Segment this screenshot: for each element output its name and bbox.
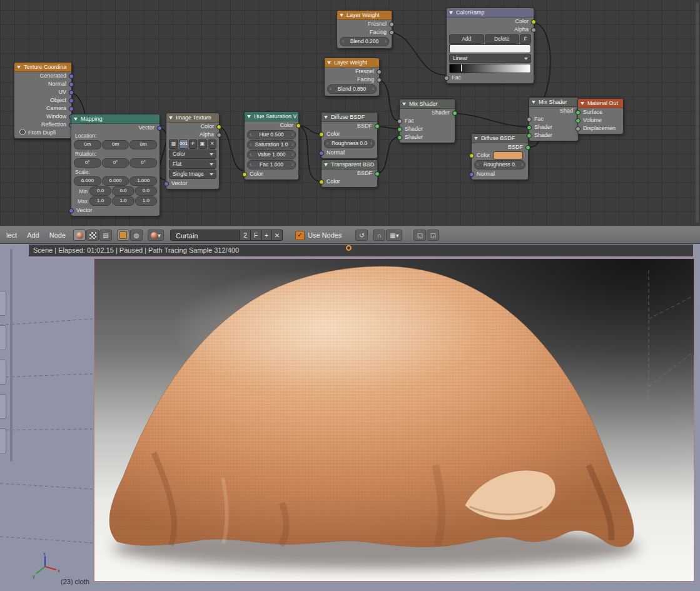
node-header[interactable]: Mapping: [71, 114, 160, 124]
projection-dropdown[interactable]: Flat: [169, 159, 216, 169]
max-y[interactable]: 1.0: [112, 196, 134, 206]
socket-input[interactable]: [397, 119, 402, 124]
socket-output[interactable]: [296, 123, 301, 128]
scale-y[interactable]: 6.000: [102, 176, 129, 186]
socket-input[interactable]: [576, 118, 581, 123]
shader-type-object-button[interactable]: [73, 230, 86, 241]
socket-output[interactable]: [375, 171, 380, 176]
node-header[interactable]: Texture Coordina: [14, 63, 71, 72]
socket-input[interactable]: [319, 151, 324, 156]
new-datablock-button[interactable]: +: [261, 230, 272, 241]
world-shader-button[interactable]: ◍: [130, 230, 143, 241]
toolbar-tab[interactable]: [0, 394, 6, 419]
node-material-output[interactable]: Material Out Surface Volume Displacemen: [577, 98, 624, 134]
node-header[interactable]: Mix Shader: [529, 98, 578, 107]
value-slider[interactable]: Value 1.000: [247, 150, 296, 159]
rotation-y[interactable]: 0°: [102, 158, 129, 168]
socket-output[interactable]: [69, 106, 74, 111]
rotation-x[interactable]: 0°: [74, 158, 101, 168]
roughness-slider[interactable]: Roughness 0.: [474, 160, 525, 169]
socket-output[interactable]: [69, 90, 74, 95]
socket-output[interactable]: [69, 74, 74, 79]
socket-output[interactable]: [216, 133, 221, 138]
socket-output[interactable]: [389, 30, 394, 35]
interpolation-dropdown[interactable]: Linear: [449, 54, 531, 63]
socket-input[interactable]: [319, 179, 324, 184]
saturation-slider[interactable]: Saturation 1.0: [247, 140, 296, 149]
compositing-nodes-button[interactable]: ▤: [99, 230, 112, 241]
socket-input[interactable]: [469, 153, 474, 158]
location-y[interactable]: 0m: [102, 140, 129, 149]
roughness-slider[interactable]: Roughness 0.0: [324, 139, 375, 148]
unlink-button[interactable]: ✕: [208, 139, 216, 149]
socket-input[interactable]: [69, 208, 74, 213]
node-header[interactable]: Image Texture: [166, 113, 219, 123]
socket-output[interactable]: [389, 22, 394, 27]
socket-input[interactable]: [469, 172, 474, 177]
node-header[interactable]: Diffuse BSDF: [322, 113, 377, 122]
scale-x[interactable]: 6.000: [74, 176, 101, 186]
max-label[interactable]: Max: [74, 198, 89, 205]
user-count-badge[interactable]: 2: [240, 230, 251, 241]
socket-input[interactable]: [576, 110, 581, 115]
unlink-datablock-button[interactable]: ✕: [272, 230, 283, 241]
location-x[interactable]: 0m: [74, 140, 101, 149]
node-header[interactable]: Layer Weight: [337, 11, 392, 20]
node-image-texture[interactable]: Image Texture Color Alpha ▦ 001 F ▣ ✕ Co…: [166, 113, 220, 189]
node-header[interactable]: Material Out: [578, 99, 623, 108]
toolbar-tab[interactable]: [0, 291, 6, 316]
socket-input[interactable]: [242, 172, 247, 177]
snap-toggle-button[interactable]: ∩: [373, 230, 385, 241]
node-layer-weight-2[interactable]: Layer Weight Fresnel Facing Blend 0.850: [324, 58, 380, 96]
node-header[interactable]: Layer Weight: [325, 58, 379, 68]
node-layer-weight-1[interactable]: Layer Weight Fresnel Facing Blend 0.200: [337, 10, 392, 49]
min-y[interactable]: 0.0: [112, 186, 134, 196]
menu-node[interactable]: Node: [44, 229, 71, 241]
location-z[interactable]: 0m: [129, 140, 157, 149]
socket-output[interactable]: [377, 69, 382, 74]
material-preview-dropdown[interactable]: ▾: [148, 230, 164, 241]
socket-input[interactable]: [397, 135, 402, 140]
diffuse-color-swatch[interactable]: [493, 151, 523, 159]
node-editor[interactable]: Texture Coordina Generated Normal UV Obj…: [0, 0, 700, 226]
blend-slider[interactable]: Blend 0.200: [340, 37, 389, 46]
color-space-dropdown[interactable]: Color: [169, 149, 216, 159]
socket-output[interactable]: [452, 111, 457, 116]
add-stop-button[interactable]: Add: [449, 34, 484, 44]
object-origin-indicator[interactable]: [346, 245, 352, 251]
node-header[interactable]: Transparent BSD: [322, 160, 377, 169]
min-z[interactable]: 0.0: [135, 186, 157, 196]
node-diffuse-bsdf-1[interactable]: Diffuse BSDF BSDF Color Roughness 0.0 No…: [321, 112, 378, 159]
menu-select[interactable]: lect: [1, 229, 22, 241]
socket-output[interactable]: [525, 145, 530, 150]
node-colorramp[interactable]: ColorRamp Color Alpha Add Delete F Linea…: [446, 8, 534, 84]
socket-output[interactable]: [69, 82, 74, 87]
socket-output[interactable]: [531, 28, 536, 33]
fac-slider[interactable]: Fac 1.000: [247, 160, 296, 169]
node-header[interactable]: ColorRamp: [447, 8, 534, 18]
node-hue-saturation[interactable]: Hue Saturation V Color Hue 0.500 Saturat…: [244, 111, 299, 180]
toolbar-tab[interactable]: [0, 360, 6, 385]
socket-output[interactable]: [377, 78, 382, 83]
max-x[interactable]: 1.0: [89, 196, 111, 206]
auto-render-button[interactable]: ↺: [355, 230, 368, 241]
node-transparent-bsdf[interactable]: Transparent BSD BSDF Color: [321, 159, 378, 188]
image-icon[interactable]: ▦: [169, 139, 178, 149]
socket-output[interactable]: [531, 19, 536, 24]
socket-output[interactable]: [157, 126, 162, 131]
use-nodes-checkbox[interactable]: ✓: [295, 231, 305, 240]
socket-input[interactable]: [444, 76, 449, 81]
shield-icon[interactable]: ▣: [198, 139, 207, 149]
socket-output[interactable]: [375, 124, 380, 129]
viewport-3d[interactable]: Scene | Elapsed: 01:02.15 | Paused | Pat…: [0, 244, 700, 591]
socket-input[interactable]: [319, 132, 324, 137]
socket-input[interactable]: [164, 181, 169, 186]
node-mix-shader-2[interactable]: Mix Shader Shad Fac Shader Shader: [529, 97, 579, 141]
node-header[interactable]: Mix Shader: [400, 99, 455, 109]
hue-slider[interactable]: Hue 0.500: [247, 130, 296, 139]
socket-input[interactable]: [576, 126, 581, 131]
socket-input[interactable]: [527, 133, 532, 138]
fake-user-button[interactable]: F: [189, 139, 197, 149]
max-z[interactable]: 1.0: [135, 196, 157, 206]
from-dupli-checkbox[interactable]: [19, 129, 26, 135]
